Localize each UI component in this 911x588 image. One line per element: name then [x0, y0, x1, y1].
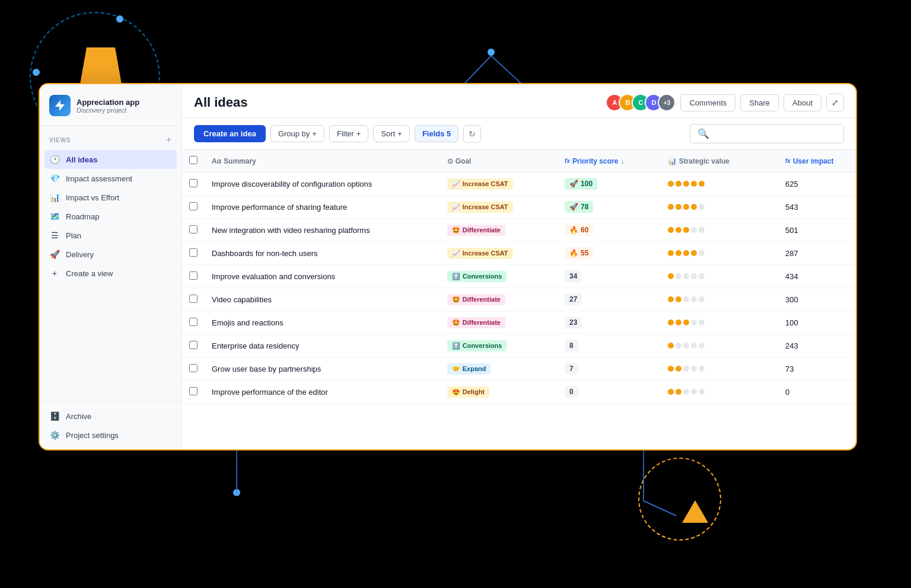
- cell-strategic-value: [661, 265, 778, 288]
- create-idea-button[interactable]: Create an idea: [194, 125, 266, 142]
- dot-filled: [699, 181, 705, 187]
- sidebar-item-archive[interactable]: 🗄️ Archive: [44, 407, 177, 426]
- fields-button[interactable]: Fields 5: [415, 125, 458, 142]
- sidebar-item-impact-assessment[interactable]: 💎 Impact assessment: [44, 169, 177, 188]
- sidebar-item-label: Create a view: [66, 269, 113, 278]
- dot-filled: [676, 181, 681, 187]
- app-logo: [49, 95, 71, 116]
- strategic-dots: [668, 366, 771, 372]
- sidebar-item-roadmap[interactable]: 🗺️ Roadmap: [44, 207, 177, 226]
- cell-user-impact: 73: [778, 357, 856, 381]
- cell-summary: Dashboards for non-tech users: [205, 242, 440, 265]
- group-by-button[interactable]: Group by +: [270, 125, 324, 142]
- decorative-triangle-yellow: [682, 500, 708, 523]
- dot-filled: [676, 227, 681, 233]
- col-priority-header: fx Priority score ↓: [558, 150, 661, 172]
- main-content: All ideas A B C D +3 Comments Share Abou…: [182, 84, 856, 449]
- dot-empty: [699, 366, 705, 372]
- cell-strategic-value: [661, 172, 778, 196]
- goal-col-label: Goal: [456, 157, 472, 165]
- row-checkbox[interactable]: [189, 364, 198, 372]
- expand-button[interactable]: ⤢: [826, 94, 844, 111]
- comments-button[interactable]: Comments: [680, 94, 735, 111]
- decorative-dot-left: [33, 69, 40, 76]
- table-row: Improve performance of sharing feature📈 …: [182, 196, 856, 219]
- dot-filled: [668, 343, 674, 349]
- goal-badge: 📈 Increase CSAT: [447, 178, 513, 190]
- row-checkbox[interactable]: [189, 341, 198, 349]
- dot-filled: [676, 366, 681, 372]
- sort-plus: +: [397, 129, 402, 138]
- dot-filled: [683, 204, 689, 210]
- row-checkbox[interactable]: [189, 179, 198, 187]
- cell-user-impact: 243: [778, 334, 856, 357]
- cell-goal: 🤩 Differentiate: [440, 311, 558, 334]
- refresh-button[interactable]: ↻: [463, 125, 481, 143]
- cell-user-impact: 300: [778, 288, 856, 311]
- col-goal-header: ⊙ Goal: [440, 150, 558, 172]
- dot-filled: [691, 204, 697, 210]
- dot-empty: [691, 319, 697, 325]
- dot-empty: [683, 366, 689, 372]
- dot-filled: [668, 273, 674, 279]
- cell-summary: Video capabilities: [205, 288, 440, 311]
- about-button[interactable]: About: [783, 94, 821, 111]
- sidebar-item-create-view[interactable]: + Create a view: [44, 264, 177, 283]
- search-input[interactable]: [713, 129, 836, 138]
- cell-goal: 📈 Increase CSAT: [440, 196, 558, 219]
- sidebar-item-plan[interactable]: ☰ Plan: [44, 226, 177, 245]
- roadmap-icon: 🗺️: [49, 211, 60, 222]
- project-settings-icon: ⚙️: [49, 430, 60, 440]
- topbar: All ideas A B C D +3 Comments Share Abou…: [182, 84, 856, 118]
- cell-user-impact: 100: [778, 311, 856, 334]
- select-all-checkbox[interactable]: [189, 156, 198, 164]
- cell-user-impact: 287: [778, 242, 856, 265]
- row-checkbox[interactable]: [189, 295, 198, 303]
- strategic-dots: [668, 319, 771, 325]
- share-button[interactable]: Share: [740, 94, 779, 111]
- ideas-table: Aα Summary ⊙ Goal fx: [182, 150, 856, 404]
- dot-empty: [699, 204, 705, 210]
- dot-empty: [691, 227, 697, 233]
- goal-badge: 📈 Increase CSAT: [447, 202, 513, 213]
- priority-score-badge: 🔥 60: [565, 224, 593, 236]
- cell-priority-score: 8: [558, 334, 661, 357]
- row-checkbox[interactable]: [189, 225, 198, 234]
- sort-button[interactable]: Sort +: [373, 125, 409, 142]
- dot-empty: [699, 343, 705, 349]
- goal-badge: 🤩 Differentiate: [447, 317, 505, 328]
- row-checkbox[interactable]: [189, 248, 198, 257]
- sidebar-item-project-settings[interactable]: ⚙️ Project settings: [44, 426, 177, 445]
- sidebar-item-label: All ideas: [66, 155, 97, 164]
- add-view-icon[interactable]: +: [166, 135, 172, 145]
- strategic-col-label: Strategic value: [679, 157, 730, 165]
- main-card: Appreciation app Discovery project VIEWS…: [39, 83, 857, 450]
- cell-goal: 🤝 Expand: [440, 357, 558, 381]
- summary-col-label: Summary: [224, 157, 256, 165]
- row-checkbox[interactable]: [189, 318, 198, 326]
- archive-icon: 🗄️: [49, 411, 60, 421]
- cell-priority-score: 7: [558, 357, 661, 381]
- dot-empty: [699, 250, 705, 256]
- filter-button[interactable]: Filter +: [329, 125, 368, 142]
- table-body: Improve discoverability of configuration…: [182, 172, 856, 404]
- row-checkbox[interactable]: [189, 387, 198, 395]
- strategic-dots: [668, 389, 771, 395]
- col-check-header: [182, 150, 205, 172]
- cell-goal: 📈 Increase CSAT: [440, 242, 558, 265]
- cell-goal: 😍 Delight: [440, 381, 558, 404]
- row-checkbox[interactable]: [189, 202, 198, 210]
- cell-goal: 📈 Increase CSAT: [440, 172, 558, 196]
- sidebar-item-all-ideas[interactable]: 🕐 All ideas: [44, 150, 177, 169]
- sidebar: Appreciation app Discovery project VIEWS…: [40, 84, 182, 449]
- row-checkbox[interactable]: [189, 271, 198, 280]
- cell-summary: Emojis and reactions: [205, 311, 440, 334]
- group-by-label: Group by: [278, 129, 310, 138]
- cell-priority-score: 27: [558, 288, 661, 311]
- sidebar-item-impact-vs-effort[interactable]: 📊 Impact vs Effort: [44, 188, 177, 207]
- sidebar-item-delivery[interactable]: 🚀 Delivery: [44, 245, 177, 264]
- strategic-dots: [668, 273, 771, 279]
- user-impact-col-label: User impact: [793, 157, 834, 165]
- table-row: Enterprise data residency⬆️ Conversions8…: [182, 334, 856, 357]
- cell-goal: ⬆️ Conversions: [440, 265, 558, 288]
